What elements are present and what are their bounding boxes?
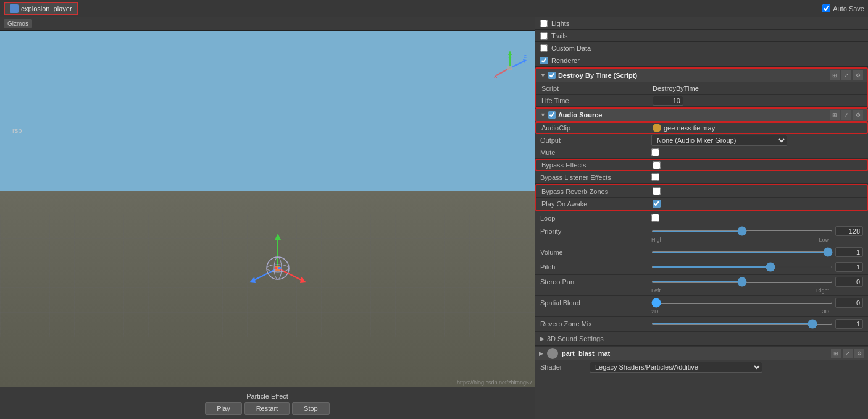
persp-label: rsp <box>12 127 22 134</box>
destroy-expand-icon[interactable]: ⤢ <box>841 70 851 80</box>
stereopan-slider-top: Stereo Pan <box>540 276 863 287</box>
audio-gear-icon[interactable]: ⚙ <box>853 110 863 120</box>
lifetime-row: Life Time <box>536 95 867 107</box>
stereopan-number[interactable] <box>835 277 863 287</box>
reverbmix-number[interactable] <box>835 319 863 329</box>
mat-layout-icon[interactable]: ⊞ <box>831 349 841 358</box>
sound-settings-arrow: ▶ <box>540 336 545 342</box>
pitch-row: Pitch <box>535 260 868 275</box>
audio-header-icons: ⊞ ⤢ ⚙ <box>830 110 863 120</box>
spatialblend-slider[interactable] <box>651 302 833 304</box>
main-layout: Gizmos rsp Y Z X <box>0 17 868 419</box>
destroy-fold-arrow: ▼ <box>540 72 546 78</box>
watermark: https://blog.csdn.net/zhitang57 <box>457 379 532 386</box>
priority-number[interactable] <box>835 226 863 236</box>
axes-widget: Y Z X <box>491 49 528 87</box>
viewport-scene[interactable]: rsp Y Z X <box>0 31 535 387</box>
script-label: Script <box>541 85 653 92</box>
audioclip-icon <box>653 124 661 132</box>
output-row: Output None (Audio Mixer Group) <box>535 134 868 146</box>
spatialblend-number[interactable] <box>835 298 863 308</box>
output-select[interactable]: None (Audio Mixer Group) <box>651 135 787 146</box>
sound-settings-label: 3D Sound Settings <box>547 335 604 342</box>
priority-row: Priority High Low <box>535 224 868 245</box>
mute-checkbox[interactable] <box>651 148 659 156</box>
play-button[interactable]: Play <box>205 402 241 415</box>
svg-marker-12 <box>249 277 256 283</box>
reverbmix-slider[interactable] <box>651 323 833 325</box>
priority-label: Priority <box>540 227 651 235</box>
svg-marker-14 <box>300 277 306 283</box>
loop-checkbox[interactable] <box>651 214 659 222</box>
destroy-script-section: ▼ Destroy By Time (Script) ⊞ ⤢ ⚙ Script … <box>535 67 868 108</box>
volume-label: Volume <box>540 248 651 256</box>
priority-low-hint: Low <box>670 237 829 243</box>
gizmos-button[interactable]: Gizmos <box>4 19 32 28</box>
bypass-reverb-label: Bypass Reverb Zones <box>541 188 653 195</box>
top-bar: explosion_player Auto Save <box>0 0 868 17</box>
renderer-label: Renderer <box>551 57 580 64</box>
renderer-checkbox[interactable] <box>540 57 548 64</box>
bypass-reverb-checkbox[interactable] <box>653 187 661 195</box>
material-title: part_blast_mat <box>562 350 827 357</box>
destroy-layout-icon[interactable]: ⊞ <box>830 70 840 80</box>
svg-rect-20 <box>278 267 281 269</box>
audio-expand-icon[interactable]: ⤢ <box>841 110 851 120</box>
reverbmix-slider-top: Reverb Zone Mix <box>540 318 863 329</box>
auto-save-label: Auto Save <box>833 5 864 12</box>
audio-source-checkbox[interactable] <box>548 111 556 119</box>
priority-hints: High Low <box>540 237 863 243</box>
destroy-script-header: ▼ Destroy By Time (Script) ⊞ ⤢ ⚙ <box>536 69 867 82</box>
comp-list: Lights Trails Custom Data Renderer <box>535 17 868 67</box>
destroy-script-checkbox[interactable] <box>548 72 556 79</box>
inspector-scroll[interactable]: Lights Trails Custom Data Renderer <box>535 17 868 419</box>
spatialblend-2d-hint: 2D <box>651 308 670 315</box>
bypass-listener-checkbox[interactable] <box>651 173 659 181</box>
sound-settings-3d-row[interactable]: ▶ 3D Sound Settings <box>535 332 868 345</box>
lights-checkbox[interactable] <box>540 20 548 27</box>
svg-rect-8 <box>507 66 512 70</box>
stop-button[interactable]: Stop <box>292 402 330 415</box>
bypass-effects-row: Bypass Effects <box>535 159 868 171</box>
destroy-gear-icon[interactable]: ⚙ <box>853 70 863 80</box>
stereopan-slider[interactable] <box>651 281 833 283</box>
trails-checkbox[interactable] <box>540 32 548 40</box>
mute-label: Mute <box>540 149 651 156</box>
mat-gear-icon[interactable]: ⚙ <box>854 349 864 358</box>
priority-slider[interactable] <box>651 230 833 232</box>
mat-expand-icon[interactable]: ⤢ <box>843 349 853 358</box>
volume-number[interactable] <box>835 247 863 257</box>
audio-layout-icon[interactable]: ⊞ <box>830 110 840 120</box>
custom-data-checkbox[interactable] <box>540 44 548 52</box>
material-header: ▶ part_blast_mat ⊞ ⤢ ⚙ <box>535 347 868 360</box>
volume-slider[interactable] <box>651 251 833 253</box>
play-on-awake-checkbox[interactable] <box>653 200 661 208</box>
output-label: Output <box>540 137 651 144</box>
tab-explosion-player[interactable]: explosion_player <box>4 2 78 15</box>
lights-label: Lights <box>551 20 569 27</box>
audio-fold-arrow: ▼ <box>540 112 546 118</box>
pitch-label: Pitch <box>540 263 651 271</box>
bypass-effects-checkbox[interactable] <box>653 161 661 169</box>
mat-header-icons: ⊞ ⤢ ⚙ <box>831 349 864 358</box>
auto-save-area: Auto Save <box>822 4 864 12</box>
destroy-script-title: Destroy By Time (Script) <box>558 72 827 79</box>
mute-row: Mute <box>535 146 868 159</box>
script-value: DestroyByTime <box>653 85 862 92</box>
shader-select[interactable]: Legacy Shaders/Particles/Additive <box>590 362 762 373</box>
lifetime-label: Life Time <box>541 97 653 104</box>
restart-button[interactable]: Restart <box>244 402 290 415</box>
pitch-number[interactable] <box>835 262 863 272</box>
spatialblend-slider-top: Spatial Blend <box>540 297 863 308</box>
bypass-listener-label: Bypass Listener Effects <box>540 174 651 181</box>
auto-save-checkbox[interactable] <box>822 4 830 12</box>
stereopan-left-hint: Left <box>651 287 670 294</box>
bypass-effects-label: Bypass Effects <box>541 161 653 169</box>
bypass-reverb-group: Bypass Reverb Zones Play On Awake <box>535 184 868 211</box>
lifetime-input[interactable] <box>653 96 683 106</box>
pitch-slider[interactable] <box>651 266 833 268</box>
audio-source-title: Audio Source <box>558 111 827 119</box>
tab-icon <box>10 4 19 13</box>
comp-list-renderer: Renderer <box>535 54 868 67</box>
audioclip-value: gee ness tie may <box>664 124 715 132</box>
